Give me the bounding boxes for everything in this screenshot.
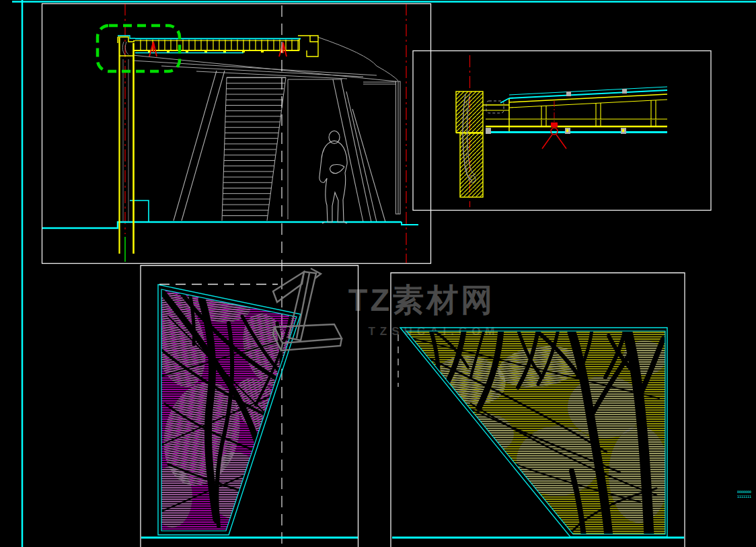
yellow-panel-view [398,328,669,537]
column-cap [118,37,135,56]
human-figure [319,131,347,224]
rail-ticks [138,40,299,50]
watermark-title: TZ素材网 [348,282,495,318]
detail-ceiling [486,119,667,134]
gutter-curve [122,42,128,56]
left-strut [174,71,225,221]
logo-flag [273,272,304,302]
left-column [118,36,135,254]
purlin-posts [541,100,656,126]
rail-end-cap [298,36,318,57]
cad-viewport: TZ素材网 TZSUCAI.COM [0,0,756,547]
fixture-symbol-red [542,101,566,149]
roof-clip [622,89,627,94]
roof-clip [566,92,571,96]
watermark: TZ素材网 TZSUCAI.COM [348,282,500,338]
corner-annotation-line2: 1111111 [737,495,756,499]
corner-annotation: 0000000 1111111 [737,490,756,499]
roof-rail-band [133,36,318,57]
stair [222,77,286,221]
roof-detail-view [456,55,667,207]
ceiling-clip [486,128,491,134]
magenta-panel-view [142,282,301,535]
right-post [396,81,401,214]
right-strut [333,79,385,222]
cad-canvas: TZ素材网 TZSUCAI.COM [0,0,756,547]
corner-annotation-line1: 0000000 [737,490,756,495]
detail-roof-slope [509,87,667,108]
